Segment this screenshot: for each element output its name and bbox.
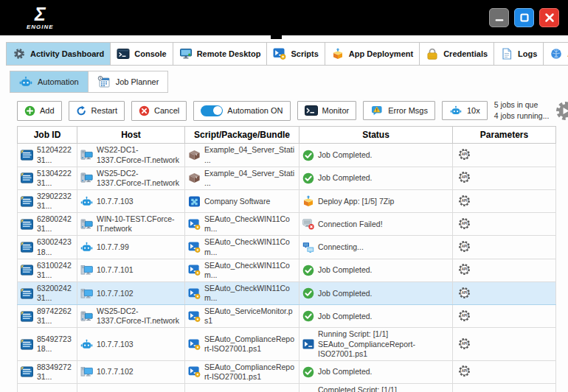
api-gear-icon[interactable]: API <box>458 240 471 253</box>
close-button[interactable] <box>539 8 559 27</box>
api-gear-icon[interactable]: API <box>458 148 471 161</box>
subtab-automation[interactable]: Automation <box>10 71 89 93</box>
ps-file-icon <box>273 48 286 60</box>
job-id-text: 8974226231... <box>37 307 74 326</box>
success-icon <box>302 287 314 299</box>
tab-ai[interactable]: AI <box>543 42 568 66</box>
host-text: 10.7.7.102 <box>97 289 134 298</box>
api-gear-icon[interactable]: API <box>458 287 471 299</box>
minimize-icon <box>493 11 506 24</box>
column-header-parameters[interactable]: Parameters <box>453 127 556 144</box>
powershell-icon <box>302 338 314 350</box>
app-logo: Σ Engine <box>27 5 54 30</box>
cell-status: Connecting... <box>299 236 453 259</box>
column-header-script-package-bundle[interactable]: Script/Package/Bundle <box>185 127 299 144</box>
cell-job-id: 6310024231... <box>18 259 77 281</box>
table-row[interactable]: 8549272318...10.7.7.103SEAuto_Compliance… <box>18 328 556 360</box>
cancel-label: Cancel <box>154 106 179 115</box>
column-header-host[interactable]: Host <box>77 127 185 144</box>
status-text: Connecting... <box>318 242 364 252</box>
warning-bubble-icon <box>370 105 384 116</box>
cell-status: Job Completed. <box>299 144 453 167</box>
tab-remote-desktop[interactable]: Remote Desktop <box>173 42 268 66</box>
job-id-text: 5120422231... <box>37 145 74 164</box>
table-row[interactable]: 8974226231...WS25-DC2-1337.CForce-IT.net… <box>18 305 556 328</box>
column-header-status[interactable]: Status <box>299 127 453 144</box>
tab-credentials[interactable]: Credentials <box>419 42 494 66</box>
desktop-icon <box>80 366 93 377</box>
speed-label: 10x <box>467 106 480 115</box>
monitor-button[interactable]: Monitor <box>297 101 357 120</box>
table-row[interactable]: 6320024231...10.7.7.102SEAuto_CheckWIN11… <box>18 281 556 304</box>
api-gear-icon[interactable]: API <box>458 309 471 322</box>
host-text: WIN-10-TEST.CForce-IT.network <box>97 214 181 234</box>
table-row[interactable]: 8844927231...10.7.7.101SEAuto_Compliance… <box>18 384 556 392</box>
robot-icon <box>80 339 93 350</box>
automation-toggle-button[interactable]: Automation ON <box>193 101 290 121</box>
maximize-button[interactable] <box>514 8 534 27</box>
tab-activity-dashboard[interactable]: Activity Dashboard <box>6 42 111 66</box>
cell-script: SEAuto_ComplianceReport-ISO27001.ps1 <box>185 328 299 360</box>
jobs-running-text: 4 jobs running... <box>494 111 550 122</box>
svg-text:API: API <box>462 370 468 374</box>
api-gear-icon[interactable]: API <box>458 263 471 276</box>
success-icon <box>302 366 314 378</box>
cell-parameters: API <box>453 360 556 383</box>
tab-console[interactable]: Console <box>110 42 173 66</box>
job-list-icon <box>21 150 33 161</box>
tab-label: Activity Dashboard <box>30 49 104 58</box>
tab-app-deployment[interactable]: App Deployment <box>325 42 420 66</box>
table-row[interactable]: 6300242318...10.7.7.99SEAuto_CheckWIN11C… <box>18 236 556 259</box>
cell-parameters: API <box>453 213 556 236</box>
table-header-row: Job IDHostScript/Package/BundleStatusPar… <box>18 127 556 144</box>
speed-10x-button[interactable]: 10x <box>442 101 488 120</box>
tab-logs[interactable]: Logs <box>493 42 544 66</box>
api-gear-icon[interactable]: API <box>458 217 471 230</box>
job-id-text: 3290223231... <box>37 192 74 211</box>
table-row[interactable]: 3290223231...10.7.7.103Company SoftwareD… <box>18 189 556 212</box>
success-icon <box>302 150 314 161</box>
job-id-text: 6280024231... <box>37 214 74 234</box>
puzzle-icon <box>188 196 201 207</box>
tab-scripts[interactable]: Scripts <box>266 42 325 66</box>
api-gear-icon[interactable]: API <box>458 337 471 350</box>
cell-job-id: 6280024231... <box>18 213 77 236</box>
api-gear-icon[interactable]: API <box>458 171 471 183</box>
cell-status: Completed Script: [1/1]SEAuto_Compliance… <box>299 384 453 392</box>
status-text: Job Completed. <box>318 150 373 160</box>
job-list-icon <box>21 288 33 299</box>
queue-status: 5 jobs in que 4 jobs running... <box>494 99 550 122</box>
restart-button[interactable]: Restart <box>69 101 125 121</box>
success-icon <box>302 310 314 322</box>
add-button[interactable]: Add <box>17 101 62 121</box>
main-tabbar: Activity DashboardConsoleRemote DesktopS… <box>6 42 562 66</box>
api-gear-icon[interactable]: API <box>458 195 471 207</box>
svg-text:API: API <box>462 222 468 225</box>
error-msgs-button[interactable]: Error Msgs <box>363 101 435 120</box>
cell-status: Connection Failed! <box>299 213 453 236</box>
table-row[interactable]: 6280024231...WIN-10-TEST.CForce-IT.netwo… <box>18 213 556 236</box>
column-header-job-id[interactable]: Job ID <box>18 127 77 144</box>
jobs-in-queue-text: 5 jobs in que <box>494 99 550 111</box>
table-row[interactable]: 5130422231...WS25-DC2-1337.CForce-IT.net… <box>18 167 556 189</box>
status-text: Deploy App: [1/5] 7Zip <box>318 197 394 206</box>
add-label: Add <box>40 106 55 115</box>
add-icon <box>24 105 35 116</box>
script-text: Company Software <box>204 197 270 206</box>
tab-label: Remote Desktop <box>197 49 261 58</box>
table-row[interactable]: 6310024231...10.7.7.101SEAuto_CheckWIN11… <box>18 259 556 281</box>
cancel-button[interactable]: Cancel <box>131 101 187 121</box>
cell-script: Example_04_Server_Stati... <box>185 167 299 189</box>
table-row[interactable]: 5120422231...WS22-DC1-1337.CForce-IT.net… <box>18 144 556 167</box>
minimize-button[interactable] <box>489 8 509 27</box>
server-icon <box>80 219 93 230</box>
automation-toggle-switch[interactable] <box>201 105 223 116</box>
cell-status: Running Script: [1/1]SEAuto_ComplianceRe… <box>299 328 453 360</box>
subtab-job-planner[interactable]: Job Planner <box>88 71 169 93</box>
api-gear-icon[interactable]: API <box>458 365 471 377</box>
remote-desktop-icon <box>179 48 193 60</box>
cell-host: 10.7.7.101 <box>77 384 185 392</box>
cell-job-id: 8549272318... <box>18 328 77 360</box>
restart-icon <box>76 105 87 116</box>
table-row[interactable]: 8834927231...10.7.7.102SEAuto_Compliance… <box>18 360 556 383</box>
